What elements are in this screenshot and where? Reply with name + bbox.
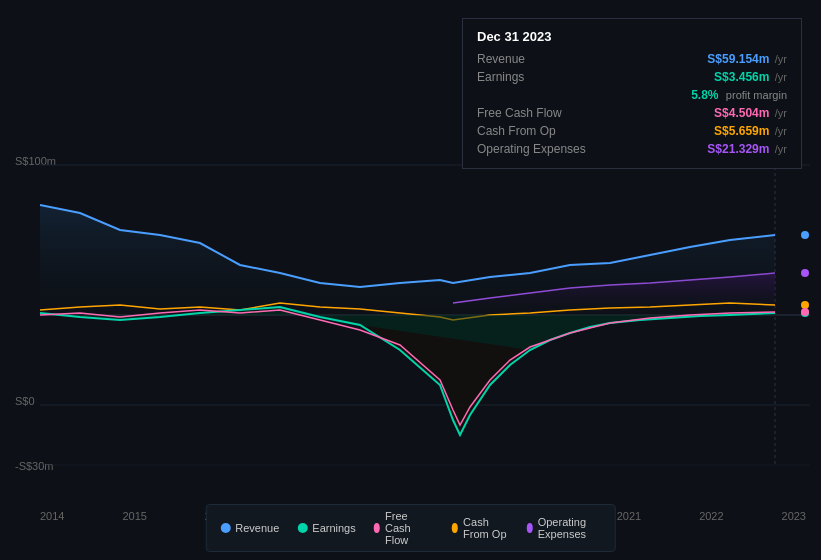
chart-svg xyxy=(0,155,821,475)
tooltip-earnings-row: Earnings S$3.456m /yr xyxy=(477,68,787,86)
legend-label-revenue: Revenue xyxy=(235,522,279,534)
tooltip-opex-label: Operating Expenses xyxy=(477,142,597,156)
tooltip-revenue-label: Revenue xyxy=(477,52,597,66)
legend-label-cashfromop: Cash From Op xyxy=(463,516,508,540)
tooltip-cashfromop-value: S$5.659m xyxy=(714,124,769,138)
tooltip-opex-row: Operating Expenses S$21.329m /yr xyxy=(477,140,787,158)
tooltip-revenue-row: Revenue S$59.154m /yr xyxy=(477,50,787,68)
x-label-2022: 2022 xyxy=(699,510,723,522)
tooltip-cashfromop-label: Cash From Op xyxy=(477,124,597,138)
svg-point-8 xyxy=(801,301,809,309)
tooltip-revenue-unit: /yr xyxy=(775,53,787,65)
tooltip-revenue-value: S$59.154m xyxy=(707,52,769,66)
tooltip-opex-value: S$21.329m xyxy=(707,142,769,156)
legend-dot-cashfromop xyxy=(452,523,458,533)
legend-item-earnings[interactable]: Earnings xyxy=(297,522,355,534)
svg-point-10 xyxy=(801,308,809,316)
tooltip-earnings-unit: /yr xyxy=(775,71,787,83)
tooltip-fcf-label: Free Cash Flow xyxy=(477,106,597,120)
x-label-2014: 2014 xyxy=(40,510,64,522)
tooltip-box: Dec 31 2023 Revenue S$59.154m /yr Earnin… xyxy=(462,18,802,169)
tooltip-fcf-value: S$4.504m xyxy=(714,106,769,120)
x-label-2021: 2021 xyxy=(617,510,641,522)
tooltip-cashfromop-row: Cash From Op S$5.659m /yr xyxy=(477,122,787,140)
tooltip-opex-unit: /yr xyxy=(775,143,787,155)
tooltip-margin-pct: 5.8% xyxy=(691,88,718,102)
legend-label-fcf: Free Cash Flow xyxy=(385,510,434,546)
x-label-2023: 2023 xyxy=(782,510,806,522)
chart-legend: Revenue Earnings Free Cash Flow Cash Fro… xyxy=(205,504,616,552)
tooltip-margin-row: 5.8% profit margin xyxy=(477,86,787,104)
legend-item-revenue[interactable]: Revenue xyxy=(220,522,279,534)
legend-label-opex: Operating Expenses xyxy=(538,516,601,540)
legend-dot-opex xyxy=(526,523,532,533)
tooltip-date: Dec 31 2023 xyxy=(477,29,787,44)
tooltip-earnings-label: Earnings xyxy=(477,70,597,84)
tooltip-margin-label: profit margin xyxy=(726,89,787,101)
legend-item-opex[interactable]: Operating Expenses xyxy=(526,516,600,540)
x-label-2015: 2015 xyxy=(122,510,146,522)
legend-item-cashfromop[interactable]: Cash From Op xyxy=(452,516,509,540)
legend-dot-revenue xyxy=(220,523,230,533)
tooltip-earnings-value: S$3.456m xyxy=(714,70,769,84)
tooltip-fcf-unit: /yr xyxy=(775,107,787,119)
svg-point-7 xyxy=(801,231,809,239)
legend-label-earnings: Earnings xyxy=(312,522,355,534)
legend-dot-fcf xyxy=(374,523,380,533)
legend-item-fcf[interactable]: Free Cash Flow xyxy=(374,510,434,546)
svg-point-6 xyxy=(801,269,809,277)
chart-container: Dec 31 2023 Revenue S$59.154m /yr Earnin… xyxy=(0,0,821,560)
tooltip-cashfromop-unit: /yr xyxy=(775,125,787,137)
tooltip-fcf-row: Free Cash Flow S$4.504m /yr xyxy=(477,104,787,122)
legend-dot-earnings xyxy=(297,523,307,533)
